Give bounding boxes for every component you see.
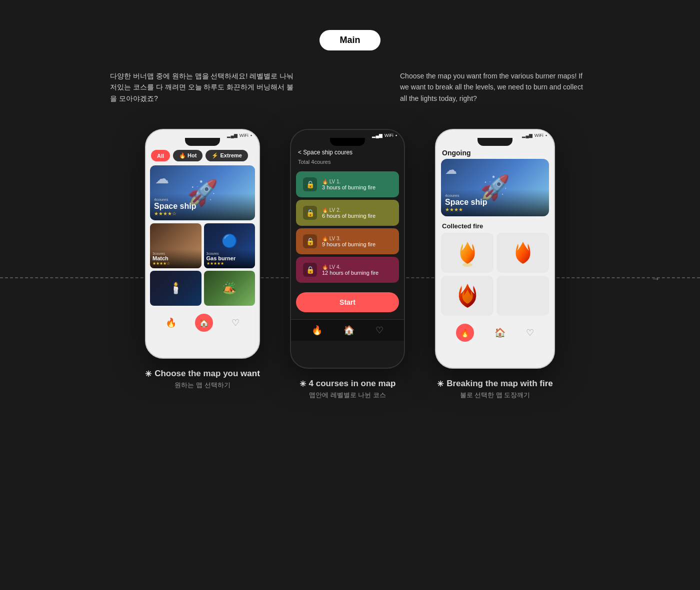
course-item-2[interactable]: 🔒 🔥 LV 2. 6 hours of burning fire xyxy=(296,200,399,226)
p2-wifi-icon: WiFi xyxy=(384,133,394,138)
phone3-ongoing-label: Ongoing xyxy=(436,146,554,159)
map-gas-burner[interactable]: 🔵 3coures Gas burner ★★★★★ xyxy=(204,223,256,268)
gas-tag: 3coures xyxy=(206,252,253,255)
caption1-sub: 원하는 맵 선택하기 xyxy=(145,381,260,390)
match-stars: ★★★★☆ xyxy=(152,261,199,266)
back-button[interactable]: < Space ship coures xyxy=(298,149,352,156)
course-lv3-desc: 9 hours of burning fire xyxy=(322,241,376,247)
fire-cell-3 xyxy=(441,276,494,316)
map-camp[interactable]: 🏕️ xyxy=(204,271,256,306)
course-lv3-text: 🔥 LV 3. xyxy=(322,236,376,241)
hero-map-stars: ★★★★☆ xyxy=(154,211,251,216)
fire-cell-1 xyxy=(441,233,494,273)
phone3-wrapper: ▂▄▆ WiFi ▪ Ongoing 🚀 ☁ 4coures Space shi… xyxy=(435,129,555,400)
asterisk3: ✳ xyxy=(437,379,444,389)
lock-icon-3: 🔒 xyxy=(303,234,317,248)
phone3-hero[interactable]: 🚀 ☁ 4coures Space ship ★★★★ xyxy=(441,159,549,216)
phone3: ▂▄▆ WiFi ▪ Ongoing 🚀 ☁ 4coures Space shi… xyxy=(435,129,555,369)
p3-hero-title: Space ship xyxy=(445,198,545,207)
hero-map-title: Space ship xyxy=(154,202,251,211)
gas-title: Gas burner xyxy=(206,255,253,261)
phone3-notch xyxy=(478,138,512,146)
caption2-title: ✳ 4 courses in one map xyxy=(300,379,396,389)
map-gas-overlay: 3coures Gas burner ★★★★★ xyxy=(204,249,256,268)
phone1-bottom-nav: 🔥 🏠 ♡ xyxy=(146,309,259,337)
p2-nav-flame[interactable]: 🔥 xyxy=(312,325,322,336)
gas-stars: ★★★★★ xyxy=(206,261,253,266)
phone2-wrapper: ▂▄▆ WiFi ▪ < Space ship coures Total 4co… xyxy=(290,129,405,400)
caption3-sub: 불로 선택한 맵 도장깨기 xyxy=(437,391,553,400)
course-item-1[interactable]: 🔒 🔥 LV 1. 3 hours of burning fire xyxy=(296,171,399,197)
map-candle[interactable]: 🕯️ xyxy=(150,271,202,306)
phone2: ▂▄▆ WiFi ▪ < Space ship coures Total 4co… xyxy=(290,129,405,369)
hero-map-tag: 4coures xyxy=(154,197,251,202)
map-grid: 🚀 ☁ 4coures Space ship ★★★★☆ 3coures Mat xyxy=(146,165,259,306)
match-title: Match xyxy=(152,255,199,261)
filter-all[interactable]: All xyxy=(151,150,170,161)
korean-description: 다양한 버너맵 중에 원하는 맵을 선택하세요! 레벨별로 나눠저있는 코스를 … xyxy=(110,70,300,104)
caption3-title: ✳ Breaking the map with fire xyxy=(437,379,553,389)
match-tag: 3coures xyxy=(152,252,199,255)
course-item-3[interactable]: 🔒 🔥 LV 3. 9 hours of burning fire xyxy=(296,228,399,254)
map-match-overlay: 3coures Match ★★★★☆ xyxy=(150,249,202,268)
p3-battery-icon: ▪ xyxy=(546,133,547,138)
map-hero-overlay: 4coures Space ship ★★★★☆ xyxy=(150,193,255,220)
battery-icon: ▪ xyxy=(250,133,252,138)
nav-heart-icon[interactable]: ♡ xyxy=(232,317,240,328)
p3-hero-tag: 4coures xyxy=(445,193,545,198)
p3-nav-home[interactable]: 🏠 xyxy=(494,327,506,338)
phone2-header: < Space ship coures xyxy=(291,146,404,159)
course-lv2-desc: 6 hours of burning fire xyxy=(322,213,376,219)
course-lv1-text: 🔥 LV 1. xyxy=(322,179,376,184)
course-lv1-desc: 3 hours of burning fire xyxy=(322,184,376,190)
map-small-grid: 3coures Match ★★★★☆ 🔵 3coures Gas burner… xyxy=(150,223,255,268)
asterisk1: ✳ xyxy=(145,369,152,379)
descriptions: 다양한 버너맵 중에 원하는 맵을 선택하세요! 레벨별로 나눠저있는 코스를 … xyxy=(0,70,700,104)
filter-hot[interactable]: 🔥 Hot xyxy=(173,150,202,161)
map-match[interactable]: 3coures Match ★★★★☆ xyxy=(150,223,202,268)
english-description: Choose the map you want from the various… xyxy=(400,70,590,104)
course-lv4-text: 🔥 LV 4. xyxy=(322,264,378,270)
p2-nav-home[interactable]: 🏠 xyxy=(344,325,354,336)
phones-container: ▂▄▆ WiFi ▪ All 🔥 Hot ⚡ Extreme 🚀 ☁ xyxy=(0,129,700,400)
nav-home-active[interactable]: 🏠 xyxy=(195,314,213,332)
fire-cell-2 xyxy=(496,233,549,273)
caption1: ✳ Choose the map you want 원하는 맵 선택하기 xyxy=(145,369,260,390)
phone2-notch xyxy=(330,138,365,146)
header: Main xyxy=(0,0,700,50)
map-hero-spaceship[interactable]: 🚀 ☁ 4coures Space ship ★★★★☆ xyxy=(150,165,255,220)
p2-signal-icon: ▂▄▆ xyxy=(372,133,382,138)
p3-nav-flame-active[interactable]: 🔥 xyxy=(456,324,474,342)
course-info-4: 🔥 LV 4. 12 hours of burning fire xyxy=(322,264,378,276)
caption2: ✳ 4 courses in one map 맵안에 레벨별로 나뉜 코스 xyxy=(300,379,396,400)
lock-icon-1: 🔒 xyxy=(303,177,317,191)
fire-cell-4 xyxy=(496,276,549,316)
course-info-3: 🔥 LV 3. 9 hours of burning fire xyxy=(322,236,376,247)
start-button[interactable]: Start xyxy=(296,292,399,312)
filter-extreme[interactable]: ⚡ Extreme xyxy=(206,150,248,161)
course-item-4[interactable]: 🔒 🔥 LV 4. 12 hours of burning fire xyxy=(296,257,399,283)
main-badge: Main xyxy=(320,30,380,50)
course-info-1: 🔥 LV 1. 3 hours of burning fire xyxy=(322,179,376,190)
lock-icon-2: 🔒 xyxy=(303,206,317,220)
phone1-notch xyxy=(185,138,220,146)
phone1-filters: All 🔥 Hot ⚡ Extreme xyxy=(146,146,259,165)
p2-nav-heart[interactable]: ♡ xyxy=(376,325,384,336)
phone2-total: Total 4coures xyxy=(291,159,404,169)
phone3-bottom-nav: 🔥 🏠 ♡ xyxy=(436,319,554,347)
caption3: ✳ Breaking the map with fire 불로 선택한 맵 도장… xyxy=(437,379,553,400)
course-info-2: 🔥 LV 2. 6 hours of burning fire xyxy=(322,207,376,219)
phone1: ▂▄▆ WiFi ▪ All 🔥 Hot ⚡ Extreme 🚀 ☁ xyxy=(145,129,260,359)
p3-signal-icon: ▂▄▆ xyxy=(522,133,532,138)
collected-fire-title: Collected fire xyxy=(436,220,554,233)
lock-icon-4: 🔒 xyxy=(303,263,317,277)
nav-flame-icon[interactable]: 🔥 xyxy=(166,317,176,328)
signal-icon: ▂▄▆ xyxy=(227,133,237,138)
p3-wifi-icon: WiFi xyxy=(534,133,544,138)
caption1-title: ✳ Choose the map you want xyxy=(145,369,260,379)
p3-hero-stars: ★★★★ xyxy=(445,207,545,212)
course-lv2-text: 🔥 LV 2. xyxy=(322,207,376,213)
p2-battery-icon: ▪ xyxy=(396,133,397,138)
asterisk2: ✳ xyxy=(300,379,306,389)
p3-nav-heart[interactable]: ♡ xyxy=(526,327,534,338)
